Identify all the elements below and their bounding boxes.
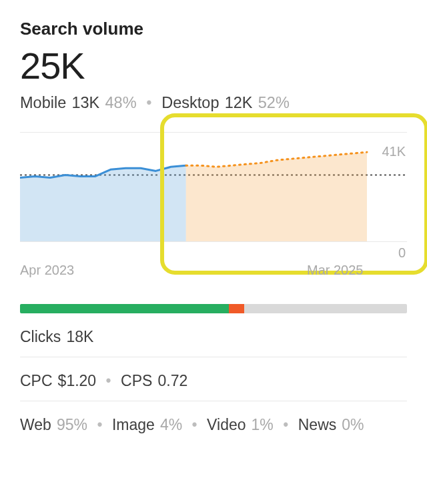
total-volume: 25K <box>20 47 407 85</box>
desktop-pct: 52% <box>258 94 290 112</box>
chart-bottom-rule <box>20 241 407 242</box>
bar-segment-green <box>20 304 229 313</box>
chart-svg <box>20 132 407 259</box>
cpc-label: CPC <box>20 372 53 390</box>
device-split-line: Mobile 13K 48% • Desktop 12K 52% <box>20 94 407 112</box>
news-pct: 0% <box>342 416 364 434</box>
bar-segment-grey <box>244 304 407 313</box>
clicks-row: Clicks 18K <box>20 313 407 357</box>
cps-label: CPS <box>121 372 152 390</box>
mobile-pct: 48% <box>105 94 137 112</box>
y-axis-min-label: 0 <box>398 245 406 261</box>
video-label: Video <box>207 416 246 434</box>
dot-separator-icon: • <box>142 94 156 112</box>
desktop-label: Desktop <box>161 94 219 112</box>
dot-separator-icon: • <box>279 416 293 434</box>
mobile-label: Mobile <box>20 94 66 112</box>
dot-separator-icon: • <box>93 416 107 434</box>
mobile-value: 13K <box>71 94 99 112</box>
image-label: Image <box>112 416 155 434</box>
x-axis-start-label: Apr 2023 <box>20 263 74 278</box>
volume-trend-chart: 41K 0 <box>20 132 407 259</box>
desktop-value: 12K <box>225 94 253 112</box>
web-pct: 95% <box>57 416 87 434</box>
x-axis-end-label: Mar 2025 <box>307 263 364 278</box>
video-pct: 1% <box>252 416 274 434</box>
image-pct: 4% <box>160 416 182 434</box>
traffic-split-row: Web 95% • Image 4% • Video 1% • News 0% <box>20 401 407 445</box>
news-label: News <box>298 416 337 434</box>
section-title: Search volume <box>20 19 407 39</box>
y-axis-max-label: 41K <box>382 144 406 159</box>
cps-value: 0.72 <box>157 372 187 390</box>
cpc-value: $1.20 <box>58 372 97 390</box>
bar-segment-orange <box>229 304 244 313</box>
cpc-cps-row: CPC $1.20 • CPS 0.72 <box>20 357 407 401</box>
clicks-value: 18K <box>66 328 93 346</box>
clicks-label: Clicks <box>20 328 61 346</box>
web-label: Web <box>20 416 51 434</box>
dot-separator-icon: • <box>101 372 115 390</box>
chart-top-rule <box>20 132 407 133</box>
x-axis-labels: Apr 2023 Mar 2025 <box>20 263 407 281</box>
dot-separator-icon: • <box>187 416 201 434</box>
seo-difficulty-bar <box>20 304 407 313</box>
